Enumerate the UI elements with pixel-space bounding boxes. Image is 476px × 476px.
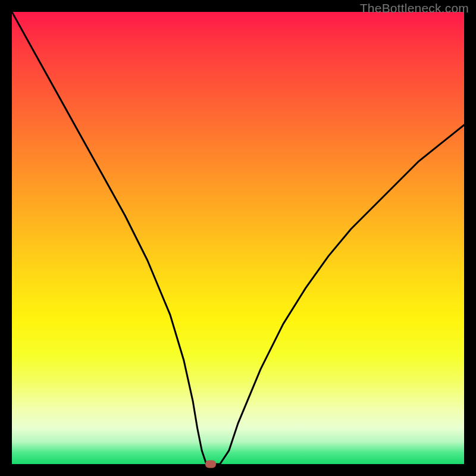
watermark-text: TheBottleneck.com — [360, 1, 469, 15]
chart-frame: TheBottleneck.com — [0, 0, 476, 476]
optimal-point-marker — [205, 461, 216, 468]
bottleneck-curve — [12, 12, 464, 464]
plot-area — [12, 12, 464, 464]
curve-layer — [12, 12, 464, 464]
